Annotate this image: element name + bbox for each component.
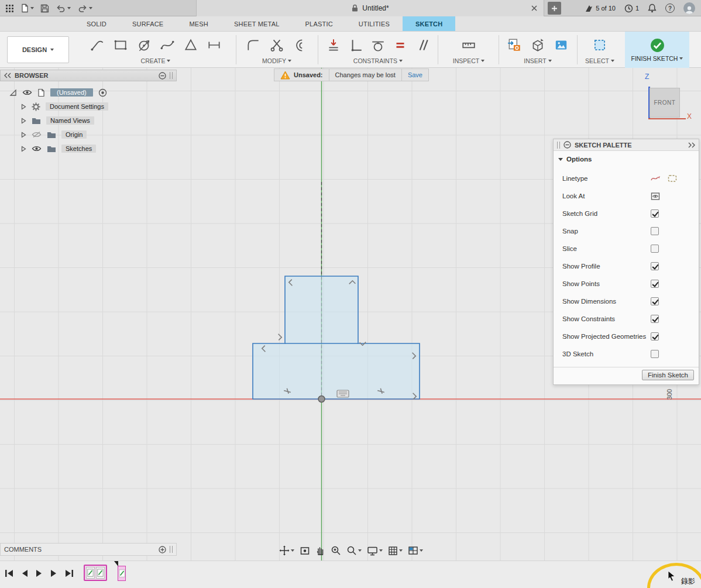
go-to-start-button[interactable] [5, 569, 13, 577]
line-tool-icon[interactable] [90, 37, 105, 53]
visibility-eye-icon[interactable] [32, 145, 42, 152]
modify-menu[interactable]: MODIFY [262, 57, 291, 64]
orbit-button[interactable] [279, 545, 294, 556]
panel-grip[interactable] [557, 142, 560, 149]
minimize-panel-icon[interactable] [159, 72, 166, 80]
snap-checkbox[interactable] [651, 227, 659, 235]
activate-radio-icon[interactable] [98, 88, 107, 97]
tree-row-origin[interactable]: Origin [0, 128, 177, 142]
fillet-tool-icon[interactable] [246, 37, 261, 53]
save-link[interactable]: Save [408, 71, 422, 78]
trim-tool-icon[interactable] [269, 37, 284, 53]
vertical-horizontal-constraint-icon[interactable] [348, 37, 363, 53]
construction-linetype-icon[interactable] [651, 174, 661, 183]
visibility-off-icon[interactable] [32, 131, 42, 138]
midpoint-constraint-icon[interactable] [326, 37, 341, 53]
grid-snaps-button[interactable] [388, 546, 403, 556]
insert-mesh-icon[interactable] [530, 37, 545, 53]
constraints-menu[interactable]: CONSTRAINTS [353, 57, 403, 64]
go-to-end-button[interactable] [65, 569, 74, 577]
finish-sketch-palette-button[interactable]: Finish Sketch [642, 370, 694, 380]
timeline-marker-flag[interactable] [114, 561, 118, 566]
step-back-button[interactable] [21, 569, 28, 577]
3d-sketch-checkbox[interactable] [651, 350, 659, 358]
tree-item-label[interactable]: Document Settings [46, 102, 108, 111]
save-button[interactable] [40, 4, 49, 13]
slice-checkbox[interactable] [651, 245, 659, 253]
tree-item-unsaved[interactable]: (Unsaved) [50, 88, 93, 97]
play-button[interactable] [36, 569, 43, 577]
viewcube[interactable]: Z FRONT X [642, 71, 696, 123]
comments-bar[interactable]: COMMENTS [0, 543, 177, 556]
canvas-tool-icon[interactable] [554, 37, 569, 53]
pan-button[interactable] [315, 545, 325, 556]
create-menu[interactable]: CREATE [141, 57, 171, 64]
tree-row-document-settings[interactable]: Document Settings [0, 99, 177, 114]
spline-tool-icon[interactable] [160, 37, 175, 53]
options-section-header[interactable]: Options [554, 152, 699, 166]
fit-button[interactable] [346, 545, 362, 556]
avatar[interactable] [683, 2, 695, 14]
panel-grip[interactable] [170, 72, 173, 79]
new-tab-button[interactable] [548, 2, 561, 15]
sketch-grid-checkbox[interactable] [651, 209, 659, 218]
tab-mesh[interactable]: MESH [176, 16, 221, 31]
timeline-item-sketch[interactable] [96, 567, 105, 579]
finish-sketch-button[interactable]: FINISH SKETCH [625, 32, 689, 68]
parallel-constraint-icon[interactable] [415, 37, 430, 53]
show-profile-checkbox[interactable] [651, 262, 659, 270]
offset-tool-icon[interactable] [293, 37, 308, 53]
tree-item-label[interactable]: Origin [61, 130, 87, 139]
file-menu-button[interactable] [20, 4, 34, 13]
tree-row-named-views[interactable]: Named Views [0, 114, 177, 128]
timeline-track[interactable] [84, 565, 126, 581]
expander-icon[interactable] [21, 132, 26, 138]
tab-surface[interactable]: SURFACE [119, 16, 176, 31]
step-forward-button[interactable] [50, 569, 57, 577]
expand-comments-icon[interactable] [159, 546, 166, 553]
panel-grip[interactable] [170, 546, 173, 553]
close-tab-icon[interactable] [530, 4, 539, 13]
select-tool-icon[interactable] [592, 37, 607, 53]
tree-row-sketches[interactable]: Sketches [0, 142, 177, 156]
sketch-palette-header[interactable]: SKETCH PALETTE [554, 139, 699, 151]
display-settings-button[interactable] [367, 546, 383, 556]
tab-sheet-metal[interactable]: SHEET METAL [221, 16, 293, 31]
insert-svg-icon[interactable] [507, 37, 522, 53]
centerline-linetype-icon[interactable] [668, 174, 677, 183]
insert-menu[interactable]: INSERT [524, 57, 551, 64]
redo-button[interactable] [77, 4, 92, 13]
bell-icon[interactable] [648, 4, 657, 13]
tree-item-label[interactable]: Sketches [61, 145, 96, 153]
viewcube-front-face[interactable]: FRONT [650, 88, 680, 118]
help-icon[interactable]: ? [665, 4, 675, 13]
browser-header[interactable]: BROWSER [0, 70, 177, 81]
look-at-button[interactable] [300, 546, 310, 556]
expander-icon[interactable] [21, 146, 26, 152]
tree-item-label[interactable]: Named Views [46, 116, 94, 125]
viewports-button[interactable] [408, 546, 423, 555]
document-tab[interactable]: Untitled* [196, 0, 544, 16]
slot-tool-icon[interactable] [207, 37, 222, 53]
undo-button[interactable] [56, 4, 71, 13]
tab-sketch[interactable]: SKETCH [403, 16, 455, 31]
circle-tool-icon[interactable] [136, 37, 152, 53]
design-workspace-button[interactable]: DESIGN [7, 36, 69, 63]
expander-icon[interactable] [21, 104, 26, 110]
timeline-position-marker[interactable] [118, 566, 126, 581]
tab-plastic[interactable]: PLASTIC [293, 16, 346, 31]
show-dimensions-checkbox[interactable] [651, 297, 659, 305]
expander-icon[interactable] [21, 118, 26, 124]
show-constraints-checkbox[interactable] [651, 315, 659, 323]
show-points-checkbox[interactable] [651, 280, 659, 288]
expand-panel-icon[interactable] [688, 142, 695, 148]
tangent-constraint-icon[interactable] [370, 37, 386, 53]
minimize-panel-icon[interactable] [563, 141, 571, 149]
timeline-item-sketch[interactable] [86, 567, 95, 579]
zoom-button[interactable] [331, 545, 341, 556]
polygon-tool-icon[interactable] [183, 37, 198, 53]
rectangle-tool-icon[interactable] [113, 37, 128, 53]
collapse-all-icon[interactable] [9, 89, 17, 97]
visibility-eye-icon[interactable] [22, 89, 32, 96]
job-status[interactable]: 5 of 10 [585, 4, 616, 13]
